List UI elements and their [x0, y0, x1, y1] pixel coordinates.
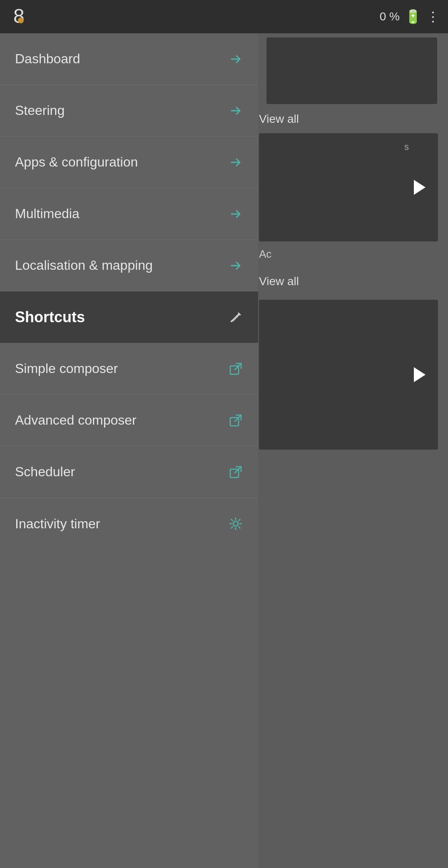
menu-items-list: Dashboard Steering Apps & configuration: [0, 33, 258, 701]
arrow-right-icon-apps-config: [228, 155, 243, 170]
app-logo: 8: [12, 5, 34, 28]
drawer-bottom-area: [0, 701, 258, 868]
sidebar-item-dashboard[interactable]: Dashboard: [0, 33, 258, 85]
svg-point-5: [233, 521, 238, 526]
sidebar-item-label-shortcuts: Shortcuts: [15, 308, 85, 326]
bg-card-3: [259, 300, 438, 450]
sidebar-item-multimedia[interactable]: Multimedia: [0, 188, 258, 240]
gear-icon-inactivity-timer: [228, 516, 243, 531]
bg-partial-text-s: s: [404, 142, 409, 152]
sidebar-item-label-scheduler: Scheduler: [15, 464, 75, 480]
sidebar-item-apps-config[interactable]: Apps & configuration: [0, 137, 258, 188]
bg-play-icon: [414, 180, 426, 195]
bg-view-all-1: View all: [259, 112, 299, 126]
sidebar-item-steering[interactable]: Steering: [0, 85, 258, 137]
arrow-right-icon-dashboard: [228, 52, 243, 67]
battery-percent: 0 %: [380, 10, 400, 23]
pencil-icon-shortcuts: [229, 310, 243, 324]
external-link-icon-advanced-composer: [228, 413, 243, 428]
more-menu-icon[interactable]: ⋮: [426, 9, 440, 25]
sidebar-item-label-advanced-composer: Advanced composer: [15, 413, 137, 428]
battery-icon: 🔋: [405, 9, 421, 25]
svg-text:8: 8: [13, 5, 25, 27]
sidebar-item-inactivity-timer[interactable]: Inactivity timer: [0, 498, 258, 550]
bg-view-all-2: View all: [259, 275, 299, 288]
sidebar-item-label-multimedia: Multimedia: [15, 206, 80, 221]
arrow-right-icon-steering: [228, 103, 243, 118]
sidebar-item-simple-composer[interactable]: Simple composer: [0, 343, 258, 395]
svg-point-1: [18, 17, 24, 23]
sidebar-item-label-inactivity-timer: Inactivity timer: [15, 516, 100, 532]
external-link-icon-simple-composer: [228, 361, 243, 376]
sidebar-item-shortcuts[interactable]: Shortcuts: [0, 291, 258, 343]
logo-svg: 8: [12, 5, 34, 28]
sidebar-item-scheduler[interactable]: Scheduler: [0, 446, 258, 498]
arrow-right-icon-multimedia: [228, 206, 243, 221]
sidebar-item-label-steering: Steering: [15, 103, 65, 118]
sidebar-item-label-dashboard: Dashboard: [15, 51, 80, 67]
sidebar-item-label-apps-config: Apps & configuration: [15, 154, 138, 170]
sidebar-item-label-simple-composer: Simple composer: [15, 361, 118, 376]
sidebar-item-localisation[interactable]: Localisation & mapping: [0, 240, 258, 291]
bg-partial-text-ac: Ac: [259, 248, 271, 261]
navigation-drawer: 8 Dashboard Steering A: [0, 0, 258, 868]
external-link-icon-scheduler: [228, 465, 243, 480]
bg-card-1: [266, 37, 437, 104]
bg-play-icon-2: [414, 367, 426, 382]
sidebar-item-advanced-composer[interactable]: Advanced composer: [0, 395, 258, 446]
sidebar-item-label-localisation: Localisation & mapping: [15, 258, 153, 273]
bg-card-2: s: [259, 133, 438, 241]
drawer-header: 8: [0, 0, 258, 33]
arrow-right-icon-localisation: [228, 258, 243, 273]
